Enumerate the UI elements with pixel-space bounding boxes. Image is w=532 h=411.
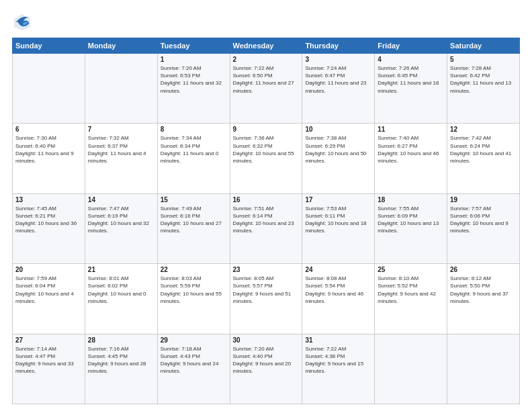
day-number: 15 xyxy=(161,196,227,203)
calendar-day-header: Saturday xyxy=(447,38,520,54)
calendar-cell: 11Sunrise: 7:40 AMSunset: 6:27 PMDayligh… xyxy=(375,124,447,193)
day-number: 1 xyxy=(161,56,227,63)
calendar-cell xyxy=(375,334,447,404)
calendar-week-row: 20Sunrise: 7:59 AMSunset: 6:04 PMDayligh… xyxy=(13,264,520,334)
calendar-cell xyxy=(447,334,520,404)
day-number: 5 xyxy=(450,56,517,63)
day-info: Sunrise: 8:10 AMSunset: 5:52 PMDaylight:… xyxy=(378,275,444,305)
day-info: Sunrise: 7:40 AMSunset: 6:27 PMDaylight:… xyxy=(378,134,444,165)
calendar-cell: 12Sunrise: 7:42 AMSunset: 6:24 PMDayligh… xyxy=(447,124,520,193)
day-number: 9 xyxy=(233,126,300,133)
calendar-day-header: Thursday xyxy=(302,38,375,54)
day-number: 3 xyxy=(305,56,371,63)
calendar-week-row: 27Sunrise: 7:14 AMSunset: 4:47 PMDayligh… xyxy=(13,334,520,404)
calendar-cell: 24Sunrise: 8:08 AMSunset: 5:54 PMDayligh… xyxy=(302,264,375,334)
calendar-cell: 13Sunrise: 7:45 AMSunset: 6:21 PMDayligh… xyxy=(13,193,85,263)
day-number: 19 xyxy=(450,196,517,203)
day-number: 22 xyxy=(161,266,227,273)
day-info: Sunrise: 7:20 AMSunset: 4:40 PMDaylight:… xyxy=(233,345,300,375)
day-info: Sunrise: 7:51 AMSunset: 6:14 PMDaylight:… xyxy=(233,205,300,235)
calendar-cell: 17Sunrise: 7:53 AMSunset: 6:11 PMDayligh… xyxy=(302,193,375,263)
day-info: Sunrise: 7:18 AMSunset: 4:43 PMDaylight:… xyxy=(161,345,227,375)
calendar-week-row: 6Sunrise: 7:30 AMSunset: 6:40 PMDaylight… xyxy=(13,124,520,193)
calendar-cell: 15Sunrise: 7:49 AMSunset: 6:16 PMDayligh… xyxy=(157,193,230,263)
day-number: 20 xyxy=(15,266,82,273)
calendar-day-header: Wednesday xyxy=(230,38,302,54)
calendar-day-header: Tuesday xyxy=(157,38,230,54)
day-info: Sunrise: 7:59 AMSunset: 6:04 PMDaylight:… xyxy=(15,275,82,305)
header xyxy=(12,12,520,32)
day-info: Sunrise: 7:36 AMSunset: 6:32 PMDaylight:… xyxy=(233,134,300,165)
day-info: Sunrise: 8:03 AMSunset: 5:59 PMDaylight:… xyxy=(161,275,227,305)
day-number: 25 xyxy=(378,266,444,273)
day-number: 7 xyxy=(88,126,154,133)
day-number: 26 xyxy=(450,266,517,273)
calendar-cell: 23Sunrise: 8:05 AMSunset: 5:57 PMDayligh… xyxy=(230,264,302,334)
day-info: Sunrise: 8:08 AMSunset: 5:54 PMDaylight:… xyxy=(305,275,371,305)
calendar-day-header: Sunday xyxy=(13,38,85,54)
day-info: Sunrise: 7:16 AMSunset: 4:45 PMDaylight:… xyxy=(88,345,154,375)
calendar-cell: 21Sunrise: 8:01 AMSunset: 6:02 PMDayligh… xyxy=(85,264,157,334)
day-number: 11 xyxy=(378,126,444,133)
day-number: 13 xyxy=(15,196,82,203)
day-number: 18 xyxy=(378,196,444,203)
calendar-day-header: Friday xyxy=(375,38,447,54)
calendar-cell xyxy=(85,54,157,124)
day-info: Sunrise: 7:38 AMSunset: 6:29 PMDaylight:… xyxy=(305,134,371,165)
calendar-cell: 28Sunrise: 7:16 AMSunset: 4:45 PMDayligh… xyxy=(85,334,157,404)
day-number: 17 xyxy=(305,196,371,203)
calendar-cell: 25Sunrise: 8:10 AMSunset: 5:52 PMDayligh… xyxy=(375,264,447,334)
calendar-cell: 26Sunrise: 8:12 AMSunset: 5:50 PMDayligh… xyxy=(447,264,520,334)
day-info: Sunrise: 7:49 AMSunset: 6:16 PMDaylight:… xyxy=(161,205,227,235)
day-info: Sunrise: 8:12 AMSunset: 5:50 PMDaylight:… xyxy=(450,275,517,305)
day-number: 16 xyxy=(233,196,300,203)
day-info: Sunrise: 7:34 AMSunset: 6:34 PMDaylight:… xyxy=(161,134,227,165)
calendar-cell: 10Sunrise: 7:38 AMSunset: 6:29 PMDayligh… xyxy=(302,124,375,193)
calendar-cell: 4Sunrise: 7:26 AMSunset: 6:45 PMDaylight… xyxy=(375,54,447,124)
day-info: Sunrise: 7:14 AMSunset: 4:47 PMDaylight:… xyxy=(15,345,82,375)
general-blue-icon xyxy=(12,12,32,32)
day-number: 28 xyxy=(88,336,154,344)
day-number: 6 xyxy=(15,126,82,133)
day-number: 2 xyxy=(233,56,300,63)
day-number: 12 xyxy=(450,126,517,133)
day-number: 10 xyxy=(305,126,371,133)
calendar-cell: 9Sunrise: 7:36 AMSunset: 6:32 PMDaylight… xyxy=(230,124,302,193)
calendar-cell: 31Sunrise: 7:22 AMSunset: 4:38 PMDayligh… xyxy=(302,334,375,404)
calendar-cell: 8Sunrise: 7:34 AMSunset: 6:34 PMDaylight… xyxy=(157,124,230,193)
calendar-week-row: 1Sunrise: 7:20 AMSunset: 6:53 PMDaylight… xyxy=(13,54,520,124)
calendar-cell: 14Sunrise: 7:47 AMSunset: 6:19 PMDayligh… xyxy=(85,193,157,263)
day-info: Sunrise: 7:55 AMSunset: 6:09 PMDaylight:… xyxy=(378,205,444,235)
page: SundayMondayTuesdayWednesdayThursdayFrid… xyxy=(0,0,532,411)
calendar-cell: 19Sunrise: 7:57 AMSunset: 6:06 PMDayligh… xyxy=(447,193,520,263)
day-info: Sunrise: 8:05 AMSunset: 5:57 PMDaylight:… xyxy=(233,275,300,305)
day-info: Sunrise: 7:45 AMSunset: 6:21 PMDaylight:… xyxy=(15,205,82,235)
logo xyxy=(12,12,35,32)
calendar-cell: 2Sunrise: 7:22 AMSunset: 6:50 PMDaylight… xyxy=(230,54,302,124)
day-info: Sunrise: 7:22 AMSunset: 6:50 PMDaylight:… xyxy=(233,64,300,95)
calendar-cell xyxy=(13,54,85,124)
calendar-cell: 29Sunrise: 7:18 AMSunset: 4:43 PMDayligh… xyxy=(157,334,230,404)
calendar-cell: 3Sunrise: 7:24 AMSunset: 6:47 PMDaylight… xyxy=(302,54,375,124)
day-info: Sunrise: 7:26 AMSunset: 6:45 PMDaylight:… xyxy=(378,64,444,95)
day-number: 21 xyxy=(88,266,154,273)
day-number: 29 xyxy=(161,336,227,344)
calendar-cell: 27Sunrise: 7:14 AMSunset: 4:47 PMDayligh… xyxy=(13,334,85,404)
calendar-week-row: 13Sunrise: 7:45 AMSunset: 6:21 PMDayligh… xyxy=(13,193,520,263)
day-info: Sunrise: 7:57 AMSunset: 6:06 PMDaylight:… xyxy=(450,205,517,235)
day-number: 31 xyxy=(305,336,371,344)
day-number: 23 xyxy=(233,266,300,273)
day-number: 27 xyxy=(15,336,82,344)
day-info: Sunrise: 7:30 AMSunset: 6:40 PMDaylight:… xyxy=(15,134,82,165)
calendar-cell: 30Sunrise: 7:20 AMSunset: 4:40 PMDayligh… xyxy=(230,334,302,404)
day-info: Sunrise: 7:28 AMSunset: 6:42 PMDaylight:… xyxy=(450,64,517,95)
day-number: 24 xyxy=(305,266,371,273)
day-info: Sunrise: 7:20 AMSunset: 6:53 PMDaylight:… xyxy=(161,64,227,95)
calendar-day-header: Monday xyxy=(85,38,157,54)
calendar-cell: 7Sunrise: 7:32 AMSunset: 6:37 PMDaylight… xyxy=(85,124,157,193)
calendar: SundayMondayTuesdayWednesdayThursdayFrid… xyxy=(12,38,520,404)
day-info: Sunrise: 7:22 AMSunset: 4:38 PMDaylight:… xyxy=(305,345,371,375)
day-info: Sunrise: 7:47 AMSunset: 6:19 PMDaylight:… xyxy=(88,205,154,235)
day-number: 30 xyxy=(233,336,300,344)
calendar-cell: 18Sunrise: 7:55 AMSunset: 6:09 PMDayligh… xyxy=(375,193,447,263)
